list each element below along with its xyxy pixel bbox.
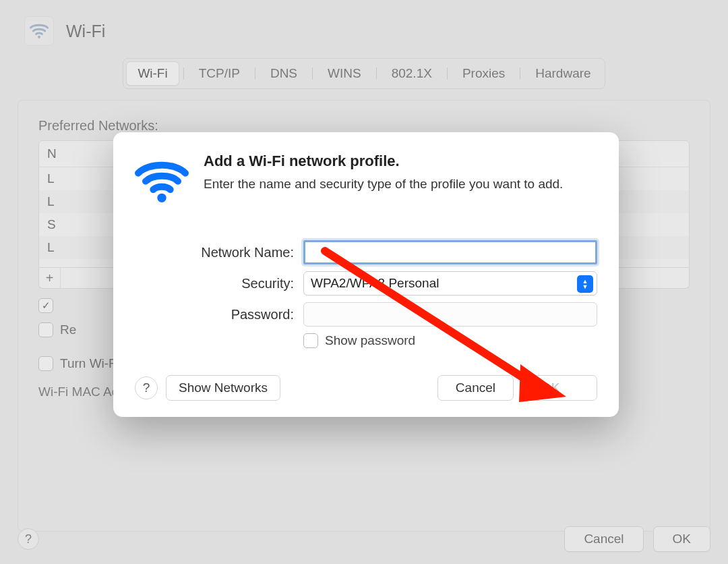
modal-help-button[interactable]: ? [135,376,158,399]
turn-wifi-checkbox[interactable] [38,356,53,371]
page-title: Wi-Fi [66,22,105,41]
modal-ok-button[interactable]: OK [523,375,597,401]
security-value: WPA2/WPA3 Personal [311,276,439,291]
table-header: N [47,146,57,161]
tab-wifi[interactable]: Wi-Fi [126,61,179,86]
remember-checkbox[interactable]: ✓ [38,298,53,313]
tab-group: Wi-Fi TCP/IP DNS WINS 802.1X Proxies Har… [123,58,605,89]
network-name-input[interactable] [303,240,597,264]
show-password-checkbox[interactable] [303,333,318,348]
modal-title: Add a Wi-Fi network profile. [204,152,563,170]
preferred-networks-label: Preferred Networks: [38,118,690,134]
modal-subtitle: Enter the name and security type of the … [204,175,563,193]
add-wifi-modal: Add a Wi-Fi network profile. Enter the n… [113,132,619,417]
svg-point-1 [157,194,166,202]
help-button[interactable]: ? [18,528,39,550]
security-label: Security: [135,276,303,291]
tab-dns[interactable]: DNS [260,62,308,85]
network-name-label: Network Name: [135,245,303,260]
remember-text: Re [60,322,76,337]
checkbox-item[interactable] [38,322,53,337]
cancel-button[interactable]: Cancel [564,526,643,552]
show-networks-button[interactable]: Show Networks [166,375,280,401]
security-select[interactable]: WPA2/WPA3 Personal ▲▼ [303,271,597,295]
password-input[interactable] [303,302,597,327]
window-header: Wi-Fi [0,0,728,53]
tab-wins[interactable]: WINS [317,62,372,85]
tab-tcpip[interactable]: TCP/IP [188,62,251,85]
wifi-icon [135,152,189,212]
wifi-icon [24,16,54,46]
modal-cancel-button[interactable]: Cancel [437,375,514,401]
tab-hardware[interactable]: Hardware [524,62,601,85]
chevron-up-down-icon: ▲▼ [577,275,593,293]
tab-proxies[interactable]: Proxies [452,62,516,85]
tab-8021x[interactable]: 802.1X [381,62,443,85]
ok-button[interactable]: OK [653,526,710,552]
add-network-button[interactable]: + [39,268,61,288]
svg-point-0 [38,36,40,38]
show-password-label: Show password [325,333,415,348]
password-label: Password: [135,307,303,322]
